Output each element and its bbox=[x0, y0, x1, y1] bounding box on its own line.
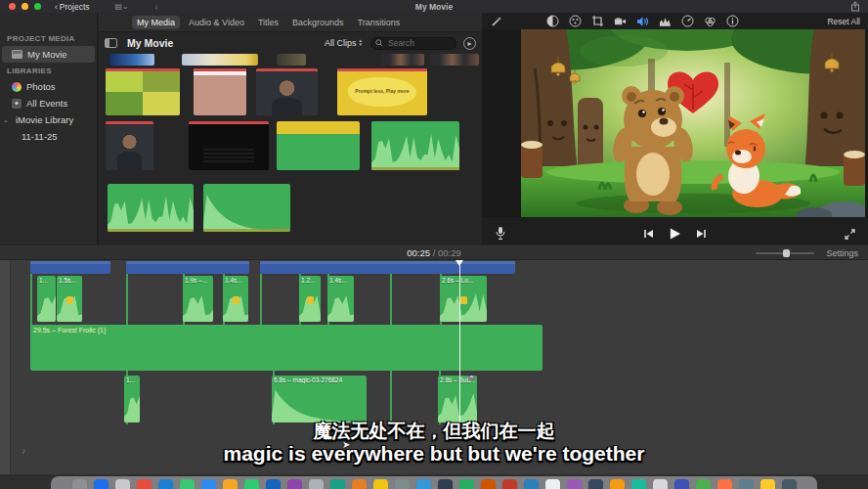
noise-reduction-icon[interactable] bbox=[659, 15, 672, 27]
dock-app-icon[interactable] bbox=[158, 479, 173, 489]
music-track-clip[interactable]: 29.5s – Forest Frolic (1) bbox=[30, 325, 542, 371]
tab-transitions[interactable]: Transitions bbox=[353, 16, 406, 29]
dock-app-icon[interactable] bbox=[137, 479, 152, 489]
dock-app-icon[interactable] bbox=[567, 479, 582, 489]
dock-app-icon[interactable] bbox=[287, 479, 302, 489]
reset-all-button[interactable]: Reset All bbox=[827, 17, 860, 26]
clip-audio[interactable] bbox=[108, 184, 194, 232]
dock-app-icon[interactable] bbox=[309, 479, 324, 489]
clip-collage[interactable] bbox=[106, 68, 180, 115]
dock-app-icon[interactable] bbox=[739, 479, 754, 489]
video-clip-bar[interactable] bbox=[126, 261, 249, 274]
dock-app-icon[interactable] bbox=[524, 479, 539, 489]
dock-app-icon[interactable] bbox=[653, 479, 668, 489]
info-icon[interactable] bbox=[726, 15, 739, 27]
audio-clip[interactable]: 1.9s –... bbox=[183, 276, 213, 322]
sidebar-item-all-events[interactable]: ✦ All Events bbox=[0, 95, 97, 111]
clip-person[interactable] bbox=[256, 68, 318, 115]
dock-app-icon[interactable] bbox=[223, 479, 238, 489]
tab-audio-video[interactable]: Audio & Video bbox=[184, 16, 249, 29]
clip-person[interactable] bbox=[106, 121, 153, 170]
volume-icon[interactable] bbox=[636, 15, 649, 27]
dock-app-icon[interactable] bbox=[438, 479, 453, 489]
skip-forward-icon[interactable] bbox=[695, 228, 708, 241]
skip-back-icon[interactable] bbox=[642, 228, 655, 241]
dock-app-icon[interactable] bbox=[631, 479, 646, 489]
dock-app-icon[interactable] bbox=[696, 479, 711, 489]
playhead[interactable] bbox=[459, 260, 460, 427]
crop-icon[interactable] bbox=[591, 15, 604, 27]
color-palette-icon[interactable] bbox=[569, 15, 582, 27]
search-input[interactable] bbox=[386, 37, 452, 49]
sidebar-toggle-icon[interactable] bbox=[105, 38, 117, 48]
clip-terminal[interactable] bbox=[189, 121, 269, 170]
stabilization-camera-icon[interactable] bbox=[614, 15, 627, 27]
tab-titles[interactable]: Titles bbox=[253, 16, 283, 29]
dock-app-icon[interactable] bbox=[588, 479, 603, 489]
dock-app-icon[interactable] bbox=[244, 479, 259, 489]
clip-strip-person[interactable] bbox=[381, 54, 424, 66]
dock-app-icon[interactable] bbox=[502, 479, 517, 489]
audio-clip[interactable]: 1.2... bbox=[299, 276, 321, 322]
audio-clip[interactable]: 1.4s... bbox=[223, 276, 248, 322]
clip-audio-yellow[interactable] bbox=[277, 121, 360, 170]
dock-app-icon[interactable] bbox=[72, 479, 87, 489]
audio-clip[interactable]: 2.8s – Bub...× bbox=[438, 376, 477, 422]
dock-app-icon[interactable] bbox=[545, 479, 560, 489]
zoom-slider-knob[interactable] bbox=[783, 249, 790, 257]
audio-clip[interactable]: 1.5s... bbox=[57, 276, 82, 322]
preview-video-frame[interactable] bbox=[521, 29, 865, 217]
clip-audio[interactable] bbox=[203, 184, 290, 232]
dock-app-icon[interactable] bbox=[373, 479, 388, 489]
dock-app-icon[interactable] bbox=[610, 479, 625, 489]
audio-clip[interactable]: 6.8s – magic-03-276824 bbox=[272, 376, 367, 422]
sidebar-item-imovie-library[interactable]: ⌄ iMovie Library bbox=[0, 111, 97, 128]
clip-strip-blue[interactable] bbox=[109, 54, 154, 66]
audio-clip[interactable]: 1.4s... bbox=[327, 276, 354, 322]
clip-filter-icon[interactable] bbox=[704, 15, 716, 27]
clip-audio[interactable] bbox=[371, 121, 459, 170]
clip-strip-dark[interactable] bbox=[277, 54, 306, 66]
dock-app-icon[interactable] bbox=[674, 479, 689, 489]
clip-strip-cream[interactable] bbox=[182, 54, 258, 66]
sidebar-item-event-date[interactable]: 11-11-25 bbox=[0, 128, 97, 145]
video-clip-bar[interactable] bbox=[260, 261, 515, 274]
dock-app-icon[interactable] bbox=[266, 479, 281, 489]
dock-app-icon[interactable] bbox=[782, 479, 797, 489]
tab-my-media[interactable]: My Media bbox=[132, 16, 180, 29]
dock-app-icon[interactable] bbox=[416, 479, 431, 489]
dock-app-icon[interactable] bbox=[459, 479, 474, 489]
dock-app-icon[interactable] bbox=[717, 479, 732, 489]
dock-app-icon[interactable] bbox=[352, 479, 367, 489]
chevron-down-icon[interactable]: ⌄ bbox=[3, 116, 11, 124]
macos-dock[interactable] bbox=[51, 476, 817, 489]
dock-app-icon[interactable] bbox=[94, 479, 108, 489]
tab-backgrounds[interactable]: Backgrounds bbox=[287, 16, 349, 29]
timeline-zoom-slider[interactable] bbox=[756, 252, 814, 254]
color-balance-icon[interactable] bbox=[546, 15, 559, 27]
continue-circle-icon[interactable]: ▸ bbox=[463, 37, 476, 50]
enhance-wand-icon[interactable] bbox=[490, 15, 502, 27]
dock-app-icon[interactable] bbox=[201, 479, 216, 489]
play-icon[interactable] bbox=[669, 228, 681, 241]
video-clip-bar[interactable] bbox=[30, 261, 110, 274]
audio-clip[interactable]: 1... bbox=[37, 276, 56, 322]
fullscreen-icon[interactable] bbox=[844, 228, 856, 241]
audio-clip[interactable]: 1... bbox=[124, 376, 140, 422]
speed-gauge-icon[interactable] bbox=[681, 15, 694, 27]
dock-app-icon[interactable] bbox=[760, 479, 775, 489]
dock-app-icon[interactable] bbox=[115, 479, 130, 489]
voiceover-mic-icon[interactable] bbox=[494, 228, 506, 241]
dock-app-icon[interactable] bbox=[395, 479, 410, 489]
clip-strip-person[interactable] bbox=[430, 54, 479, 66]
dock-app-icon[interactable] bbox=[180, 479, 195, 489]
search-field[interactable] bbox=[370, 37, 456, 50]
sidebar-item-photos[interactable]: Photos bbox=[0, 78, 97, 95]
dock-app-icon[interactable] bbox=[330, 479, 345, 489]
clip-promo[interactable]: Prompt less, Play more bbox=[337, 68, 427, 115]
clip-filter-dropdown[interactable]: All Clips ▲▼ bbox=[325, 38, 363, 48]
timeline-settings-button[interactable]: Settings bbox=[826, 248, 858, 258]
audio-clip[interactable]: 2.6s – Lu... bbox=[440, 276, 487, 322]
dock-app-icon[interactable] bbox=[481, 479, 496, 489]
sidebar-item-my-movie[interactable]: My Movie bbox=[2, 46, 95, 63]
